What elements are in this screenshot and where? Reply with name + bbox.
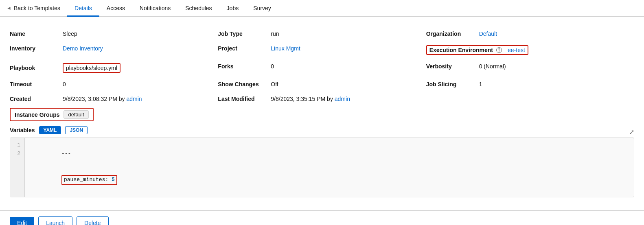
job-slicing-cell: Job Slicing 1	[426, 77, 634, 92]
verbosity-cell: Verbosity 0 (Normal)	[426, 59, 634, 77]
organization-cell: Organization Default	[426, 26, 634, 41]
last-modified-cell: Last Modified 9/8/2023, 3:35:15 PM by ad…	[218, 92, 426, 106]
show-changes-label: Show Changes	[218, 81, 271, 87]
last-modified-value: 9/8/2023, 3:35:15 PM by admin	[271, 96, 350, 102]
yaml-toggle-button[interactable]: YAML	[39, 126, 61, 134]
forks-label: Forks	[218, 63, 271, 70]
created-by-link[interactable]: admin	[126, 96, 142, 102]
edit-button[interactable]: Edit	[10, 217, 34, 225]
variables-header-row: Variables YAML JSON ⤢	[10, 126, 634, 138]
instance-groups-label: Instance Groups	[15, 111, 59, 118]
timeout-value: 0	[63, 81, 66, 87]
json-toggle-button[interactable]: JSON	[65, 126, 88, 134]
launch-button[interactable]: Launch	[38, 216, 72, 225]
job-type-cell: Job Type run	[218, 26, 426, 41]
project-cell: Project Linux Mgmt	[218, 41, 426, 59]
created-label: Created	[10, 96, 63, 102]
tab-jobs[interactable]: Jobs	[219, 0, 246, 17]
variables-label: Variables	[10, 127, 35, 133]
job-slicing-value: 1	[479, 81, 482, 87]
code-number: 5	[112, 177, 115, 183]
tab-access[interactable]: Access	[99, 0, 132, 17]
inventory-cell: Inventory Demo Inventory	[10, 41, 218, 59]
code-content[interactable]: --- pause_minutes: 5	[25, 138, 634, 197]
project-value[interactable]: Linux Mgmt	[271, 45, 300, 52]
job-type-value: run	[271, 31, 279, 37]
instance-groups-badge: default	[64, 110, 88, 119]
action-bar: Edit Launch Delete	[0, 210, 644, 225]
tab-notifications[interactable]: Notifications	[132, 0, 178, 17]
playbook-value: playbooks/sleep.yml	[63, 63, 120, 73]
execution-env-box: Execution Environment ? ee-test	[426, 45, 528, 55]
created-cell: Created 9/8/2023, 3:08:32 PM by admin	[10, 92, 218, 106]
playbook-label: Playbook	[10, 65, 63, 71]
timeout-cell: Timeout 0	[10, 77, 218, 92]
name-cell: Name Sleep	[10, 26, 218, 41]
variables-section: Variables YAML JSON ⤢ 1 2 --- pause_minu…	[10, 126, 634, 197]
variables-header: Variables YAML JSON	[10, 126, 88, 134]
execution-env-info-icon[interactable]: ?	[496, 47, 502, 53]
verbosity-label: Verbosity	[426, 63, 479, 70]
nav-tabs: Details Access Notifications Schedules J…	[67, 0, 278, 16]
top-nav: ◄ Back to Templates Details Access Notif…	[0, 0, 644, 17]
job-slicing-label: Job Slicing	[426, 81, 479, 87]
back-label: Back to Templates	[14, 5, 60, 11]
show-changes-cell: Show Changes Off	[218, 77, 426, 92]
created-value: 9/8/2023, 3:08:32 PM by admin	[63, 96, 142, 102]
forks-cell: Forks 0	[218, 59, 426, 77]
delete-button[interactable]: Delete	[77, 216, 108, 225]
code-highlight-box: pause_minutes: 5	[61, 175, 117, 185]
job-type-label: Job Type	[218, 31, 271, 37]
show-changes-value: Off	[271, 81, 278, 87]
execution-env-value[interactable]: ee-test	[508, 47, 525, 53]
instance-groups-row: Instance Groups default	[10, 108, 634, 121]
details-grid: Name Sleep Job Type run Organization Def…	[10, 26, 634, 106]
line-numbers: 1 2	[10, 138, 25, 197]
code-line-2: pause_minutes: 5	[30, 166, 629, 193]
execution-env-cell: Execution Environment ? ee-test	[426, 41, 634, 59]
execution-env-label: Execution Environment	[429, 47, 493, 53]
timeout-label: Timeout	[10, 81, 63, 87]
expand-icon-wrap[interactable]: ⤢	[629, 128, 634, 136]
tab-survey[interactable]: Survey	[246, 0, 278, 17]
verbosity-value: 0 (Normal)	[479, 63, 506, 70]
code-editor: 1 2 --- pause_minutes: 5	[10, 138, 634, 197]
playbook-cell: Playbook playbooks/sleep.yml	[10, 59, 218, 77]
name-label: Name	[10, 31, 63, 37]
organization-label: Organization	[426, 31, 479, 37]
main-content: Name Sleep Job Type run Organization Def…	[0, 17, 644, 204]
last-modified-label: Last Modified	[218, 96, 271, 102]
code-line-1: ---	[30, 141, 629, 166]
forks-value: 0	[271, 63, 274, 70]
tab-details[interactable]: Details	[67, 0, 99, 17]
line-number-2: 2	[14, 150, 20, 158]
line-number-1: 1	[14, 141, 20, 150]
inventory-value[interactable]: Demo Inventory	[63, 45, 103, 52]
back-chevron-icon: ◄	[7, 5, 11, 11]
organization-value[interactable]: Default	[479, 31, 497, 37]
instance-groups-box: Instance Groups default	[10, 108, 94, 121]
tab-schedules[interactable]: Schedules	[178, 0, 219, 17]
last-modified-by-link[interactable]: admin	[335, 96, 350, 102]
empty-cell-1	[426, 92, 634, 106]
name-value: Sleep	[63, 31, 77, 37]
inventory-label: Inventory	[10, 45, 63, 52]
expand-icon: ⤢	[629, 128, 634, 136]
back-to-templates-link[interactable]: ◄ Back to Templates	[0, 0, 67, 16]
project-label: Project	[218, 45, 271, 52]
